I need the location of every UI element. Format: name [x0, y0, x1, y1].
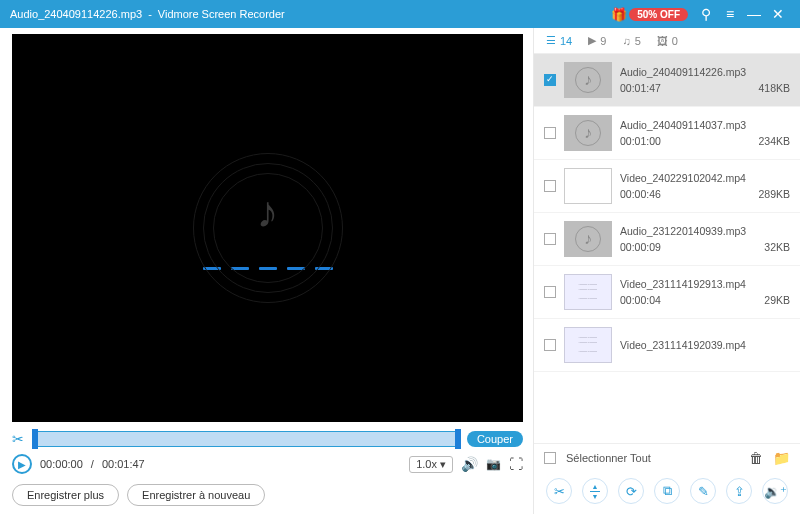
play-button[interactable]: ▶ — [12, 454, 32, 474]
rerecord-button[interactable]: Enregistrer à nouveau — [127, 484, 265, 506]
menu-icon[interactable]: ≡ — [718, 6, 742, 22]
action-toolbar: ✂ ▲▼ ⟳ ⧉ ✎ ⇪ 🔉⁺ — [534, 472, 800, 514]
item-size: 29KB — [764, 294, 790, 306]
time-current: 00:00:00 — [40, 458, 83, 470]
preview-area: ♪ — [12, 34, 523, 422]
gift-icon: 🎁 — [611, 7, 627, 22]
trim-handle-left[interactable] — [32, 429, 38, 449]
tab-video[interactable]: ▶9 — [588, 34, 606, 47]
trim-tool-icon[interactable]: ✂ — [546, 478, 572, 504]
volume-tool-icon[interactable]: 🔉⁺ — [762, 478, 788, 504]
delete-icon[interactable]: 🗑 — [749, 450, 763, 466]
item-name: Audio_231220140939.mp3 — [620, 225, 790, 237]
item-checkbox[interactable] — [544, 127, 556, 139]
list-item[interactable]: ········································… — [534, 319, 800, 372]
speed-selector[interactable]: 1.0x ▾ — [409, 456, 453, 473]
tab-all[interactable]: ☰14 — [546, 34, 572, 47]
music-note-icon: ♪ — [257, 187, 279, 237]
list-item[interactable]: ♪Audio_231220140939.mp300:00:0932KB — [534, 213, 800, 266]
item-thumbnail: ♪ — [564, 115, 612, 151]
folder-icon[interactable]: 📁 — [773, 450, 790, 466]
recordings-list: ♪Audio_240409114226.mp300:01:47418KB♪Aud… — [534, 54, 800, 443]
convert-tool-icon[interactable]: ⟳ — [618, 478, 644, 504]
select-all-checkbox[interactable] — [544, 452, 556, 464]
title-app: Vidmore Screen Recorder — [158, 8, 611, 20]
item-duration: 00:00:04 — [620, 294, 661, 306]
item-thumbnail: ♪ — [564, 221, 612, 257]
snapshot-icon[interactable]: 📷 — [486, 457, 501, 471]
item-thumbnail: ········································… — [564, 274, 612, 310]
item-thumbnail — [564, 168, 612, 204]
item-name: Video_231114192913.mp4 — [620, 278, 790, 290]
edit-tool-icon[interactable]: ✎ — [690, 478, 716, 504]
item-size: 418KB — [758, 82, 790, 94]
list-item[interactable]: ♪Audio_240409114226.mp300:01:47418KB — [534, 54, 800, 107]
fullscreen-icon[interactable]: ⛶ — [509, 456, 523, 472]
item-checkbox[interactable] — [544, 286, 556, 298]
list-icon: ☰ — [546, 34, 556, 47]
item-size: 234KB — [758, 135, 790, 147]
trim-handle-right[interactable] — [455, 429, 461, 449]
list-item[interactable]: ♪Audio_240409114037.mp300:01:00234KB — [534, 107, 800, 160]
item-size: 289KB — [758, 188, 790, 200]
titlebar: Audio_240409114226.mp3 - Vidmore Screen … — [0, 0, 800, 28]
item-checkbox[interactable] — [544, 74, 556, 86]
item-name: Video_240229102042.mp4 — [620, 172, 790, 184]
video-icon: ▶ — [588, 34, 596, 47]
cut-button[interactable]: Couper — [467, 431, 523, 447]
minimize-button[interactable]: — — [742, 6, 766, 22]
time-total: 00:01:47 — [102, 458, 145, 470]
right-pane: ☰14 ▶9 ♫5 🖼0 ♪Audio_240409114226.mp300:0… — [533, 28, 800, 514]
item-checkbox[interactable] — [544, 339, 556, 351]
select-all-label: Sélectionner Tout — [566, 452, 651, 464]
volume-icon[interactable]: 🔊 — [461, 456, 478, 472]
item-name: Audio_240409114037.mp3 — [620, 119, 790, 131]
item-thumbnail: ········································… — [564, 327, 612, 363]
item-name: Video_231114192039.mp4 — [620, 339, 790, 351]
item-name: Audio_240409114226.mp3 — [620, 66, 790, 78]
merge-tool-icon[interactable]: ⧉ — [654, 478, 680, 504]
item-checkbox[interactable] — [544, 180, 556, 192]
item-checkbox[interactable] — [544, 233, 556, 245]
record-more-button[interactable]: Enregistrer plus — [12, 484, 119, 506]
item-size: 32KB — [764, 241, 790, 253]
title-filename: Audio_240409114226.mp3 — [10, 8, 142, 20]
tab-image[interactable]: 🖼0 — [657, 35, 678, 47]
compress-tool-icon[interactable]: ▲▼ — [582, 478, 608, 504]
list-item[interactable]: Video_240229102042.mp400:00:46289KB — [534, 160, 800, 213]
item-duration: 00:01:47 — [620, 82, 661, 94]
trim-track[interactable] — [32, 431, 461, 447]
audio-icon: ♫ — [622, 35, 630, 47]
item-duration: 00:00:46 — [620, 188, 661, 200]
promo-badge[interactable]: 50% OFF — [629, 8, 688, 21]
item-duration: 00:01:00 — [620, 135, 661, 147]
tab-audio[interactable]: ♫5 — [622, 35, 640, 47]
filter-tabs: ☰14 ▶9 ♫5 🖼0 — [534, 28, 800, 54]
close-button[interactable]: ✕ — [766, 6, 790, 22]
scissor-icon: ✂ — [12, 430, 26, 448]
image-icon: 🖼 — [657, 35, 668, 47]
key-icon[interactable]: ⚲ — [694, 6, 718, 22]
list-item[interactable]: ········································… — [534, 266, 800, 319]
left-pane: ♪ ✂ Couper ▶ 00:00:00/00:01:47 1.0x ▾ 🔊 … — [0, 28, 533, 514]
share-tool-icon[interactable]: ⇪ — [726, 478, 752, 504]
item-duration: 00:00:09 — [620, 241, 661, 253]
item-thumbnail: ♪ — [564, 62, 612, 98]
